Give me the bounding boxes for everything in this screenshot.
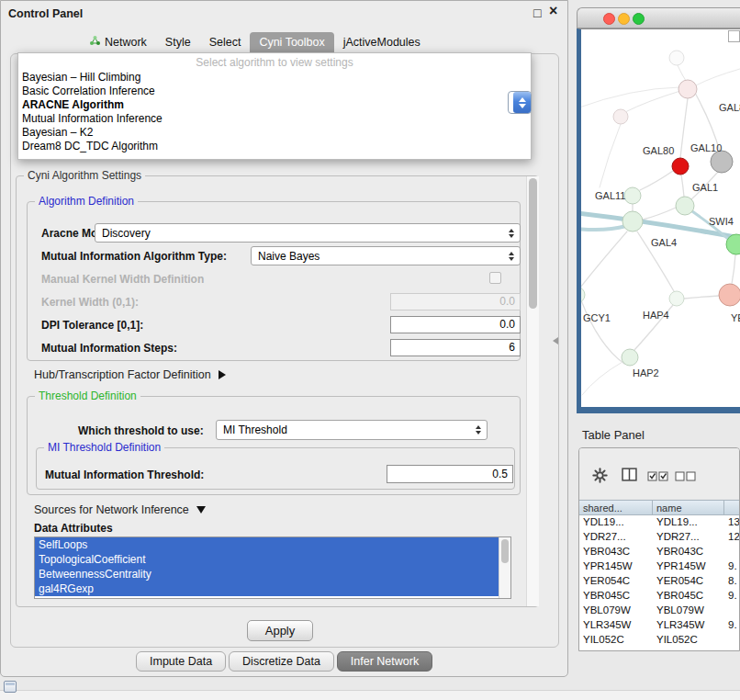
data-attribute-item[interactable]: SelfLoops [35, 537, 500, 552]
table-row[interactable]: YDL19...YDL19...13 [579, 515, 740, 530]
tab-cyni-toolbox[interactable]: Cyni Toolbox [250, 32, 333, 53]
algorithm-option[interactable]: Dream8 DC_TDC Algorithm [18, 140, 531, 153]
table-cell [724, 545, 740, 559]
network-edge[interactable] [681, 175, 684, 197]
which-threshold-select[interactable]: MI Threshold [216, 420, 488, 440]
deselect-all-checkboxes-icon[interactable] [675, 469, 697, 486]
network-edge[interactable] [600, 124, 621, 187]
mi-algorithm-type-select[interactable]: Naive Bayes [251, 246, 521, 265]
table-row[interactable]: YLR345WYLR345W9. [579, 618, 740, 633]
table-cell: YIL052C [579, 633, 653, 648]
tab-discretize-data[interactable]: Discretize Data [229, 651, 334, 672]
network-edge[interactable] [696, 69, 740, 85]
table-cell: 9. [724, 559, 740, 574]
attributes-scrollbar-thumb[interactable] [501, 539, 509, 563]
network-edge[interactable] [643, 208, 676, 220]
network-window-titlebar[interactable] [577, 7, 740, 28]
tab-jactivemodules-label: jActiveModules [343, 36, 420, 49]
combo-arrows-icon [476, 425, 481, 435]
algorithm-option[interactable]: Bayesian – K2 [18, 126, 531, 140]
algorithm-option[interactable]: Bayesian – Hill Climbing [18, 71, 531, 85]
network-edge[interactable] [732, 254, 735, 284]
network-node[interactable] [622, 211, 643, 231]
table-row[interactable]: YPR145WYPR145W9. [579, 559, 740, 574]
network-node[interactable] [624, 187, 641, 204]
attributes-scrollbar[interactable] [499, 537, 510, 598]
algorithm-combobox-button[interactable] [508, 91, 532, 114]
table-row[interactable]: YBL079WYBL079W [579, 604, 740, 618]
network-node[interactable] [669, 51, 684, 65]
mi-threshold-field[interactable]: 0.5 [387, 465, 513, 483]
table-cell: YIL052C [653, 633, 724, 648]
tab-style[interactable]: Style [156, 32, 200, 53]
algorithm-option[interactable]: Mutual Information Inference [18, 112, 531, 126]
mi-steps-field[interactable]: 6 [390, 339, 521, 356]
table-column-header[interactable] [724, 500, 740, 515]
network-node[interactable] [678, 80, 697, 98]
settings-scrollbar[interactable] [526, 176, 539, 606]
tab-jactivemodules[interactable]: jActiveModules [334, 32, 430, 53]
network-edge[interactable] [581, 300, 624, 364]
float-window-button[interactable]: □ [533, 6, 541, 20]
network-edge[interactable] [684, 296, 719, 299]
network-edge[interactable] [581, 231, 627, 288]
zoom-traffic-light[interactable] [633, 13, 645, 25]
data-attribute-item[interactable]: BetweennessCentrality [35, 567, 500, 581]
network-edge[interactable] [625, 91, 680, 112]
network-node[interactable] [719, 284, 740, 306]
close-traffic-light[interactable] [603, 13, 615, 25]
sources-expander[interactable]: Sources for Network Inference [34, 503, 206, 516]
hub-definition-expander[interactable]: Hub/Transcription Factor Definition [34, 368, 226, 381]
node-label: GAL1 [692, 182, 718, 193]
floating-window-icon[interactable] [4, 681, 17, 693]
network-edge[interactable] [640, 171, 673, 190]
table-cell: YBL079W [579, 604, 653, 618]
tab-impute-data[interactable]: Impute Data [136, 651, 226, 672]
table-row[interactable]: YBR045CYBR045C9. [579, 589, 740, 604]
settings-scrollbar-thumb[interactable] [529, 178, 537, 309]
table-row[interactable]: YER054CYER054C8. [579, 574, 740, 589]
tab-infer-network[interactable]: Infer Network [337, 651, 432, 672]
close-window-button[interactable]: × [549, 4, 557, 18]
gear-icon[interactable] [592, 468, 608, 487]
network-node[interactable] [711, 151, 733, 173]
network-node[interactable] [581, 287, 585, 303]
manual-kernel-width-checkbox[interactable] [489, 272, 501, 284]
bottom-status-strip [0, 690, 740, 700]
which-threshold-label: Which threshold to use: [78, 424, 204, 437]
node-label: GCY1 [583, 312, 611, 323]
aracne-mode-select[interactable]: Discovery [95, 223, 521, 243]
algorithm-option[interactable]: ARACNE Algorithm [18, 98, 531, 112]
network-node[interactable] [676, 197, 694, 215]
data-attribute-item[interactable]: TopologicalCoefficient [35, 552, 500, 567]
tab-network[interactable]: Network [80, 31, 156, 53]
minimize-traffic-light[interactable] [618, 13, 630, 25]
network-edge[interactable] [581, 87, 679, 108]
data-attribute-item[interactable]: gal4RGexp [35, 581, 500, 596]
tab-select[interactable]: Select [200, 32, 251, 53]
table-row[interactable]: YIL052CYIL052C [579, 633, 740, 648]
network-node[interactable] [672, 158, 689, 175]
network-node[interactable] [622, 349, 638, 366]
network-edge[interactable] [680, 98, 688, 158]
network-edge[interactable] [678, 65, 687, 82]
network-node[interactable] [613, 109, 628, 124]
table-cell: YBR045C [579, 589, 653, 604]
select-all-checkboxes-icon[interactable] [647, 469, 669, 486]
network-edge[interactable] [581, 226, 626, 230]
birdseye-toggle-button[interactable] [728, 30, 740, 42]
table-row[interactable]: YDR27...YDR27...12 [579, 530, 740, 545]
dpi-tolerance-field[interactable]: 0.0 [390, 316, 521, 333]
network-node[interactable] [669, 291, 684, 306]
network-edge[interactable] [582, 362, 622, 395]
network-canvas[interactable]: GAL80GAL10GAL11GAL1SWI4GAL4GCY1HAP4HAP2G… [581, 29, 740, 407]
table-row[interactable]: YBR043CYBR043C [579, 545, 740, 559]
show-columns-icon[interactable] [622, 468, 637, 485]
table-column-header[interactable]: shared... [579, 500, 653, 515]
table-column-header[interactable]: name [653, 500, 724, 515]
splitter-collapse-button[interactable] [553, 337, 558, 344]
algorithm-option[interactable]: Basic Correlation Inference [18, 85, 531, 98]
apply-button[interactable]: Apply [247, 620, 313, 641]
dpi-tolerance-label: DPI Tolerance [0,1]: [41, 319, 143, 332]
kernel-width-field[interactable]: 0.0 [390, 293, 521, 310]
